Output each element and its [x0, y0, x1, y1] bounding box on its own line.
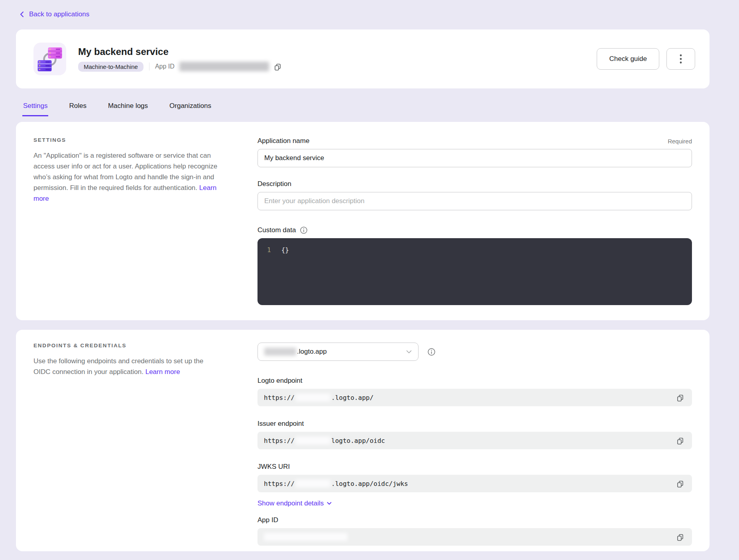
copy-icon: [676, 480, 684, 488]
custom-data-field-group: Custom data 1{}: [257, 226, 692, 305]
info-icon[interactable]: [427, 348, 436, 356]
machine-to-machine-app-icon: [33, 43, 66, 75]
tab-roles[interactable]: Roles: [68, 102, 87, 116]
description-label: Description: [257, 180, 291, 188]
app-id-value-field: [257, 528, 692, 546]
back-to-applications-link[interactable]: Back to applications: [19, 10, 89, 18]
app-meta-row: Machine-to-Machine App ID: [78, 61, 283, 72]
copy-jwks-uri-button[interactable]: [675, 478, 686, 489]
logto-endpoint-value-field: https:// .logto.app/: [257, 389, 692, 406]
copy-logto-endpoint-button[interactable]: [675, 392, 686, 403]
tenant-id-redacted-value: [295, 437, 330, 444]
description-field-group: Description: [257, 180, 692, 210]
tenant-id-redacted-value: [264, 348, 296, 356]
meta-divider: [149, 63, 149, 70]
app-title: My backend service: [78, 46, 283, 57]
tenant-id-redacted-value: [295, 480, 330, 488]
app-id-field-label: App ID: [257, 516, 278, 524]
endpoints-section-description: Use the following endpoints and credenti…: [33, 356, 218, 377]
check-guide-button[interactable]: Check guide: [597, 48, 659, 70]
endpoints-credentials-card: ENDPOINTS & CREDENTIALS Use the followin…: [16, 330, 710, 551]
jwks-uri-value-field: https:// .logto.app/oidc/jwks: [257, 475, 692, 492]
settings-description-text: An "Application" is a registered softwar…: [33, 152, 217, 192]
tenant-id-redacted-value: [295, 394, 330, 401]
more-actions-button[interactable]: [666, 48, 695, 70]
show-endpoint-details-link[interactable]: Show endpoint details: [257, 499, 332, 507]
endpoints-learn-more-link[interactable]: Learn more: [145, 368, 180, 376]
jwks-uri-label: JWKS URI: [257, 463, 290, 470]
copy-icon: [676, 533, 684, 541]
description-input[interactable]: [257, 192, 692, 210]
jwks-uri-field-group: JWKS URI https:// .logto.app/oidc/jwks: [257, 463, 692, 492]
url-prefix: https://: [264, 480, 295, 488]
endpoints-form: .logto.app Logto endpoint https://: [257, 343, 692, 546]
logto-endpoint-label: Logto endpoint: [257, 377, 303, 384]
app-id-redacted-value: [264, 533, 348, 541]
copy-app-id-value-button[interactable]: [675, 532, 686, 542]
copy-app-id-button[interactable]: [272, 61, 283, 72]
settings-section-description: An "Application" is a registered softwar…: [33, 150, 218, 204]
editor-code-content: {}: [281, 246, 289, 254]
custom-data-editor[interactable]: 1{}: [257, 238, 692, 305]
copy-icon: [676, 394, 684, 401]
app-tabs: Settings Roles Machine logs Organization…: [16, 102, 710, 116]
domain-select[interactable]: .logto.app: [257, 343, 419, 361]
settings-section-heading: SETTINGS: [33, 137, 218, 143]
chevron-down-icon: [406, 350, 412, 354]
issuer-endpoint-value-field: https:// logto.app/oidc: [257, 432, 692, 449]
custom-data-label: Custom data: [257, 226, 296, 234]
show-endpoint-details-label: Show endpoint details: [257, 499, 324, 507]
application-name-field-group: Application name Required: [257, 137, 692, 167]
domain-suffix: .logto.app: [297, 348, 327, 356]
endpoints-section-heading: ENDPOINTS & CREDENTIALS: [33, 343, 218, 349]
copy-icon: [274, 63, 281, 70]
logto-endpoint-field-group: Logto endpoint https:// .logto.app/: [257, 377, 692, 406]
app-header-info: My backend service Machine-to-Machine Ap…: [78, 46, 283, 72]
application-name-label: Application name: [257, 137, 309, 145]
info-icon[interactable]: [300, 226, 308, 234]
url-prefix: https://: [264, 394, 295, 401]
tab-machine-logs[interactable]: Machine logs: [107, 102, 149, 116]
issuer-endpoint-label: Issuer endpoint: [257, 420, 304, 427]
url-prefix: https://: [264, 437, 295, 444]
url-suffix: logto.app/oidc: [331, 437, 385, 444]
chevron-down-icon: [327, 502, 332, 505]
app-id-redacted-value: [179, 62, 269, 71]
settings-form: Application name Required Description Cu…: [257, 137, 692, 305]
copy-icon: [676, 437, 684, 444]
application-name-input[interactable]: [257, 149, 692, 167]
back-link-label: Back to applications: [29, 10, 89, 18]
required-hint: Required: [668, 138, 692, 145]
chevron-left-icon: [19, 11, 25, 18]
app-header-card: My backend service Machine-to-Machine Ap…: [16, 29, 710, 88]
application-details-page: Back to applications: [0, 0, 739, 551]
app-id-label: App ID: [155, 63, 175, 70]
endpoints-card-intro: ENDPOINTS & CREDENTIALS Use the followin…: [33, 343, 218, 546]
copy-issuer-endpoint-button[interactable]: [675, 435, 686, 446]
domain-select-row: .logto.app: [257, 343, 692, 361]
kebab-menu-icon: [680, 54, 682, 64]
tab-organizations[interactable]: Organizations: [169, 102, 212, 116]
app-id-field-group: App ID: [257, 516, 692, 546]
url-suffix: .logto.app/: [331, 394, 373, 401]
app-type-badge: Machine-to-Machine: [78, 62, 143, 72]
header-actions: Check guide: [597, 48, 695, 70]
settings-card-intro: SETTINGS An "Application" is a registere…: [33, 137, 218, 305]
issuer-endpoint-field-group: Issuer endpoint https:// logto.app/oidc: [257, 420, 692, 449]
tab-settings[interactable]: Settings: [22, 102, 48, 116]
editor-line-number: 1: [267, 246, 271, 254]
settings-card: SETTINGS An "Application" is a registere…: [16, 122, 710, 320]
url-suffix: .logto.app/oidc/jwks: [331, 480, 408, 488]
